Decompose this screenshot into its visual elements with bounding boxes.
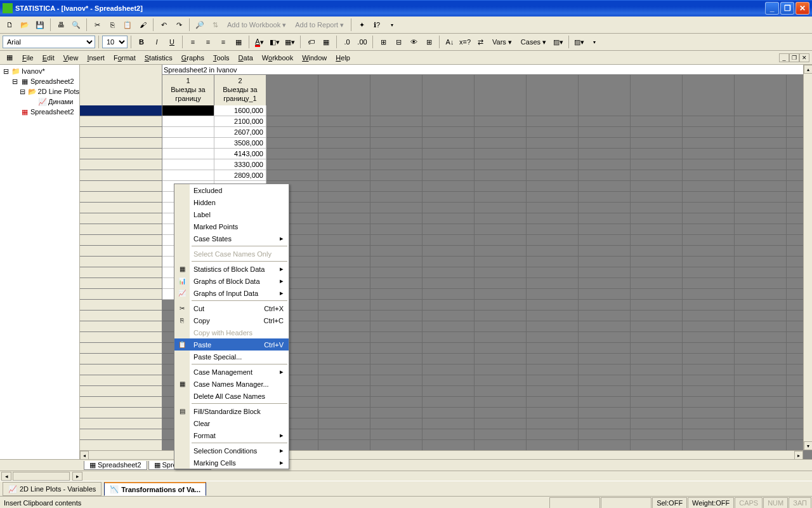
ctx-case-states[interactable]: Case States▸ [174, 232, 289, 244]
cell[interactable] [162, 105, 214, 116]
menu-insert[interactable]: Insert [82, 53, 109, 63]
row-header[interactable] [80, 418, 162, 429]
cell[interactable] [162, 127, 214, 138]
ctx-delete-case-names[interactable]: Delete All Case Names [174, 390, 289, 402]
row-header[interactable] [80, 203, 162, 213]
mdi-restore-button[interactable]: ❐ [789, 53, 799, 62]
row-header[interactable] [80, 397, 162, 408]
save-button[interactable]: 💾 [33, 18, 47, 32]
merge-button[interactable]: ▦ [232, 35, 246, 49]
row-header[interactable] [80, 440, 162, 450]
spreadsheet[interactable]: Spreadsheet2 in Ivanov 1 Выезды за грани… [80, 65, 812, 459]
tree-item[interactable]: Spreadsheet2 [30, 107, 74, 117]
menu-file[interactable]: File [18, 53, 38, 63]
font-size-select[interactable]: 10 [102, 36, 128, 48]
cell[interactable]: 4143,000 [214, 149, 266, 159]
menu-graphs[interactable]: Graphs [177, 53, 209, 63]
headers-button[interactable]: ⊞ [422, 35, 436, 49]
zoom-in-button[interactable]: ⊞ [376, 35, 390, 49]
scroll-right-button[interactable]: ▸ [72, 472, 82, 481]
font-color-button[interactable]: A▾ [252, 35, 266, 49]
ctx-excluded[interactable]: Excluded [174, 184, 289, 196]
row-header[interactable] [80, 181, 162, 192]
tree-item[interactable]: 2D Line Plots [38, 86, 79, 97]
cell[interactable] [162, 170, 214, 181]
project-tree[interactable]: ⊟📁Ivanov* ⊟▦Spreadsheet2 ⊟📂2D Line Plots… [0, 65, 80, 459]
row-header[interactable] [80, 246, 162, 257]
border-button[interactable]: ▦▾ [283, 35, 297, 49]
fill-color-button[interactable]: ◧▾ [268, 35, 282, 49]
minimize-button[interactable]: _ [765, 2, 779, 15]
sort-button[interactable]: ⇅ [208, 18, 222, 32]
tree-root[interactable]: Ivanov* [22, 66, 45, 76]
zoom-out-button[interactable]: ⊟ [391, 35, 405, 49]
row-header[interactable] [80, 375, 162, 386]
recode-button[interactable]: ⇄ [473, 35, 487, 49]
row-header[interactable] [80, 364, 162, 375]
align-center-button[interactable]: ≡ [201, 35, 215, 49]
cell[interactable] [162, 116, 214, 127]
row-header[interactable] [80, 213, 162, 224]
row-header[interactable] [80, 300, 162, 311]
ctx-selection-conditions[interactable]: Selection Conditions▸ [174, 444, 289, 457]
sheet-tab[interactable]: ▦Spreadsheet2 [84, 461, 147, 470]
row-header[interactable] [80, 159, 162, 170]
cases-button[interactable]: Cases ▾ [517, 35, 550, 49]
cell[interactable] [162, 159, 214, 170]
pattern2-button[interactable]: ▨▾ [572, 35, 586, 49]
ctx-label[interactable]: Label [174, 208, 289, 220]
row-header[interactable] [80, 408, 162, 418]
row-header[interactable] [80, 257, 162, 267]
cell[interactable] [162, 149, 214, 159]
row-header[interactable] [80, 386, 162, 397]
menu-window[interactable]: Window [298, 53, 331, 63]
add-to-workbook-button[interactable]: Add to Workbook ▾ [223, 18, 290, 32]
ctx-paste[interactable]: 📋PasteCtrl+V [174, 338, 289, 351]
recalc-button[interactable]: x=? [458, 35, 472, 49]
menu-edit[interactable]: Edit [38, 53, 59, 63]
tree-item[interactable]: Динами [48, 97, 74, 107]
row-header[interactable] [80, 429, 162, 440]
column-header[interactable]: 2 Выезды за границу_1 [214, 75, 266, 105]
ctx-case-management[interactable]: Case Management▸ [174, 366, 289, 378]
row-header[interactable] [80, 311, 162, 321]
ctx-fill-standardize[interactable]: ▤Fill/Standardize Block [174, 405, 289, 417]
font-family-select[interactable]: Arial [3, 36, 95, 48]
grid-button[interactable]: ▦ [319, 35, 333, 49]
copy-button[interactable]: ⎘ [105, 18, 119, 32]
options-button[interactable]: ✦ [355, 18, 369, 32]
decimal-inc-button[interactable]: .0 [340, 35, 354, 49]
underline-button[interactable]: U [165, 35, 179, 49]
format-painter-button[interactable]: 🖌 [136, 18, 150, 32]
ctx-statistics-block[interactable]: ▦Statistics of Block Data▸ [174, 263, 289, 275]
scroll-right-button[interactable]: ▸ [794, 451, 803, 460]
vars-button[interactable]: Vars ▾ [488, 35, 516, 49]
cell[interactable]: 2607,000 [214, 127, 266, 138]
sort-asc-button[interactable]: A↓ [443, 35, 457, 49]
toolbar2-options-icon[interactable]: ▾ [587, 35, 601, 49]
ctx-paste-special[interactable]: Paste Special... [174, 351, 289, 363]
row-header[interactable] [80, 321, 162, 332]
add-to-report-button[interactable]: Add to Report ▾ [291, 18, 348, 32]
row-header[interactable] [80, 149, 162, 159]
row-header[interactable] [80, 105, 162, 116]
ctx-copy[interactable]: ⎘CopyCtrl+C [174, 314, 289, 326]
cell[interactable]: 3330,000 [214, 159, 266, 170]
help-button[interactable]: ℹ? [370, 18, 384, 32]
cell[interactable]: 3508,000 [214, 138, 266, 149]
ctx-marked-points[interactable]: Marked Points [174, 220, 289, 232]
undo-button[interactable]: ↶ [157, 18, 171, 32]
print-button[interactable]: 🖶 [54, 18, 68, 32]
column-header[interactable]: 1 Выезды за границу [162, 75, 214, 105]
row-header[interactable] [80, 343, 162, 354]
row-header[interactable] [80, 278, 162, 289]
mdi-close-button[interactable]: ✕ [799, 53, 809, 62]
row-header[interactable] [80, 116, 162, 127]
align-right-button[interactable]: ≡ [216, 35, 230, 49]
new-button[interactable]: 🗋 [3, 18, 16, 32]
row-header[interactable] [80, 267, 162, 278]
paste-button[interactable]: 📋 [121, 18, 134, 32]
open-button[interactable]: 📂 [18, 18, 32, 32]
tag-button[interactable]: 🏷 [304, 35, 318, 49]
tree-item[interactable]: Spreadsheet2 [30, 76, 74, 86]
